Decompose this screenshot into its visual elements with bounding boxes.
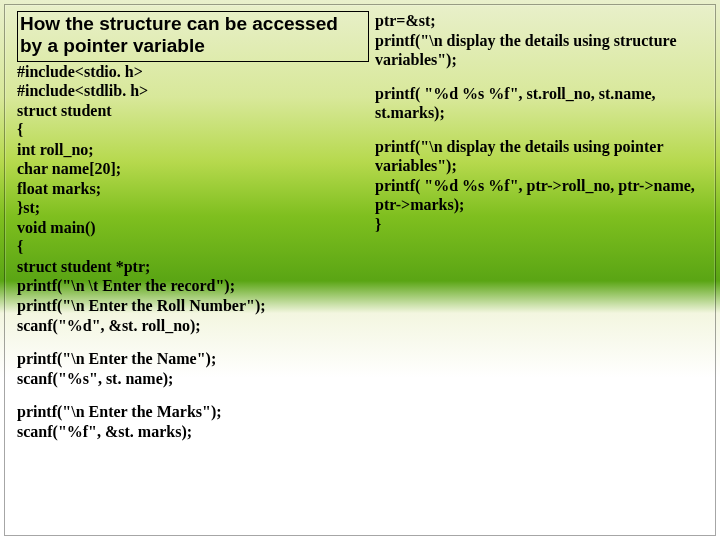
- code-line: char name[20];: [17, 159, 369, 179]
- code-line: printf("\n display the details using poi…: [375, 137, 705, 176]
- code-line: #include<stdlib. h>: [17, 81, 369, 101]
- code-block-2: printf("\n Enter the Name"); scanf("%s",…: [17, 349, 369, 388]
- code-line: printf( "%d %s %f", ptr->roll_no, ptr->n…: [375, 176, 705, 215]
- code-line: {: [17, 237, 369, 257]
- code-block-r3: printf("\n display the details using poi…: [375, 137, 705, 235]
- title-box: How the structure can be accessed by a p…: [17, 11, 369, 62]
- slide-title: How the structure can be accessed by a p…: [20, 13, 365, 58]
- left-column: How the structure can be accessed by a p…: [17, 11, 369, 531]
- code-line: printf("\n Enter the Name");: [17, 349, 369, 369]
- code-block-3: printf("\n Enter the Marks"); scanf("%f"…: [17, 402, 369, 441]
- code-block-r2: printf( "%d %s %f", st.roll_no, st.name,…: [375, 84, 705, 123]
- code-line: scanf("%d", &st. roll_no);: [17, 316, 369, 336]
- code-line: void main(): [17, 218, 369, 238]
- slide-sheet: How the structure can be accessed by a p…: [4, 4, 716, 536]
- code-line: struct student: [17, 101, 369, 121]
- code-line: printf("\n \t Enter the record");: [17, 276, 369, 296]
- code-line: struct student *ptr;: [17, 257, 369, 277]
- code-block-1: #include<stdio. h> #include<stdlib. h> s…: [17, 62, 369, 335]
- code-block-r1: ptr=&st; printf("\n display the details …: [375, 11, 705, 70]
- code-line: {: [17, 120, 369, 140]
- code-line: }st;: [17, 198, 369, 218]
- code-line: #include<stdio. h>: [17, 62, 369, 82]
- code-line: float marks;: [17, 179, 369, 199]
- code-line: }: [375, 215, 705, 235]
- code-line: scanf("%f", &st. marks);: [17, 422, 369, 442]
- code-line: printf( "%d %s %f", st.roll_no, st.name,…: [375, 84, 705, 123]
- code-line: printf("\n Enter the Roll Number");: [17, 296, 369, 316]
- code-line: printf("\n display the details using str…: [375, 31, 705, 70]
- code-line: printf("\n Enter the Marks");: [17, 402, 369, 422]
- right-column: ptr=&st; printf("\n display the details …: [375, 11, 705, 531]
- code-line: int roll_no;: [17, 140, 369, 160]
- code-line: scanf("%s", st. name);: [17, 369, 369, 389]
- code-line: ptr=&st;: [375, 11, 705, 31]
